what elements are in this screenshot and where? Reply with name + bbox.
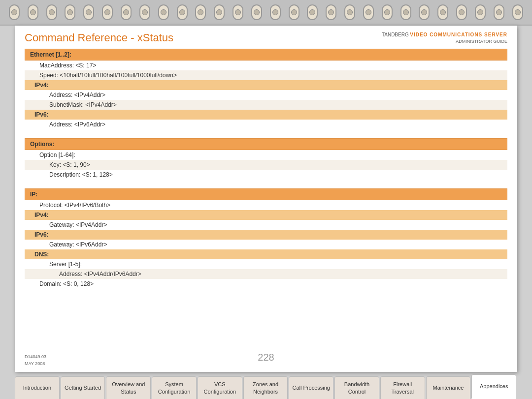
tab-system-config[interactable]: System Configuration: [152, 376, 197, 399]
spiral-hole: [46, 4, 57, 20]
spiral-hole: [419, 4, 430, 20]
page-header: Command Reference - xStatus TANDBERG VID…: [15, 26, 517, 49]
spiral-hole: [233, 4, 243, 20]
tab-getting-started[interactable]: Getting Started: [61, 376, 105, 399]
row-dns-server-address: Address: <IPv4Addr/IPv6Addr>: [25, 269, 507, 279]
section-ethernet: Ethernet [1..2]: MacAddress: <S: 17> Spe…: [25, 49, 507, 129]
row-speed: Speed: <10half/10full/100half/100full/10…: [25, 70, 507, 80]
row-eth-ipv4-address: Address: <IPv4Addr>: [25, 90, 507, 100]
tab-introduction[interactable]: Introduction: [15, 376, 60, 399]
spiral-hole: [382, 4, 393, 20]
tab-overview-status[interactable]: Overview and Status: [106, 376, 151, 399]
company-tandberg: TANDBERG: [382, 32, 409, 37]
spiral-hole: [177, 4, 188, 20]
spiral-hole: [65, 4, 75, 20]
row-macaddress: MacAddress: <S: 17>: [25, 61, 507, 70]
spiral-hole: [494, 4, 504, 20]
spiral-hole: [251, 4, 262, 20]
doc-number: D14049.03: [25, 354, 46, 361]
row-dns-server-range: Server [1-5]:: [25, 259, 507, 269]
spiral-hole: [83, 4, 94, 20]
spiral-hole: [456, 4, 467, 20]
tab-vcs-config[interactable]: VCS Configuration: [198, 376, 242, 399]
doc-info: D14049.03 MAY 2008: [25, 354, 46, 367]
subheader-ipv6-ip: IPv6:: [25, 230, 507, 240]
spiral-hole: [512, 4, 523, 20]
row-option-description: Description: <S: 1, 128>: [25, 170, 507, 180]
spiral-hole: [28, 4, 38, 20]
section-ip: IP: Protocol: <IPv4/IPv6/Both> IPv4: Gat…: [25, 188, 507, 289]
section-header-ip: IP:: [25, 188, 507, 200]
subheader-ipv6-eth: IPv6:: [25, 110, 507, 120]
spiral-holes: [0, 4, 532, 20]
spiral-hole: [9, 4, 20, 20]
spiral-hole: [363, 4, 374, 20]
doc-date: MAY 2008: [25, 361, 46, 368]
company-brand: VIDEO COMMUNICATIONS SERVER: [410, 32, 507, 37]
row-eth-ipv4-subnetmask: SubnetMask: <IPv4Addr>: [25, 100, 507, 110]
tabs-bar: IntroductionGetting StartedOverview and …: [15, 372, 517, 399]
row-ip-protocol: Protocol: <IPv4/IPv6/Both>: [25, 200, 507, 210]
tab-bandwidth-control[interactable]: Bandwidth Control: [334, 376, 379, 399]
spiral-hole: [344, 4, 355, 20]
row-dns-domain: Domain: <S: 0, 128>: [25, 279, 507, 289]
spiral-hole: [326, 4, 336, 20]
spiral-hole: [270, 4, 281, 20]
tab-appendices[interactable]: Appendices: [471, 374, 516, 399]
spiral-hole: [121, 4, 132, 20]
main-page: Command Reference - xStatus TANDBERG VID…: [15, 26, 517, 372]
spiral-hole: [475, 4, 486, 20]
page-number: 228: [258, 352, 274, 363]
spiral-hole: [289, 4, 299, 20]
row-eth-ipv6-address: Address: <IPv6Addr>: [25, 120, 507, 129]
company-guide: ADMINISTRATOR GUIDE: [382, 38, 507, 45]
subheader-dns: DNS:: [25, 249, 507, 259]
section-header-ethernet: Ethernet [1..2]:: [25, 49, 507, 61]
spiral-hole: [195, 4, 206, 20]
tab-maintenance[interactable]: Maintenance: [426, 376, 471, 399]
spiral-hole: [400, 4, 411, 20]
spiral-hole: [102, 4, 113, 20]
tab-firewall-traversal[interactable]: Firewall Traversal: [380, 376, 425, 399]
section-header-options: Options:: [25, 138, 507, 150]
spiral-hole: [139, 4, 150, 20]
page-title: Command Reference - xStatus: [25, 31, 173, 44]
spiral-hole: [214, 4, 225, 20]
company-info: TANDBERG VIDEO COMMUNICATIONS SERVER ADM…: [382, 31, 507, 45]
subheader-ipv4-eth: IPv4:: [25, 80, 507, 90]
spiral-hole: [307, 4, 318, 20]
section-options: Options: Option [1-64]: Key: <S: 1, 90> …: [25, 138, 507, 180]
spiral-hole: [437, 4, 448, 20]
page-footer: D14049.03 MAY 2008 228: [25, 354, 507, 367]
subheader-ipv4-ip: IPv4:: [25, 210, 507, 220]
tab-zones-neighbors[interactable]: Zones and Neighbors: [243, 376, 288, 399]
row-option-key: Key: <S: 1, 90>: [25, 160, 507, 170]
row-ip-ipv4-gateway: Gateway: <IPv4Addr>: [25, 220, 507, 230]
row-ip-ipv6-gateway: Gateway: <IPv6Addr>: [25, 240, 507, 249]
spiral-hole: [158, 4, 169, 20]
spiral-binding: [0, 0, 532, 26]
row-option-range: Option [1-64]:: [25, 150, 507, 160]
tab-call-processing[interactable]: Call Processing: [289, 376, 333, 399]
page-content: Ethernet [1..2]: MacAddress: <S: 17> Spe…: [15, 49, 517, 289]
